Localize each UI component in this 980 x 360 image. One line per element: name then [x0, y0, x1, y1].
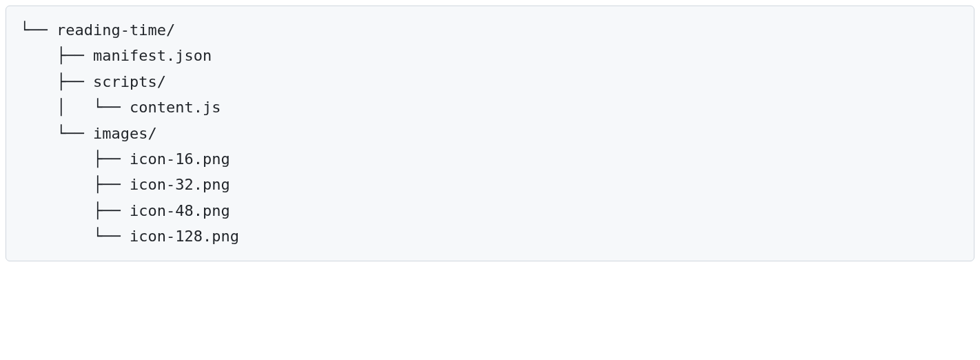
tree-line: └── reading-time/: [20, 17, 960, 43]
directory-tree-code-block: └── reading-time/ ├── manifest.json ├── …: [6, 6, 974, 261]
tree-line: │ └── content.js: [20, 94, 960, 120]
tree-line: ├── icon-16.png: [20, 146, 960, 172]
tree-line: └── icon-128.png: [20, 223, 960, 249]
tree-line: └── images/: [20, 121, 960, 146]
tree-line: ├── icon-48.png: [20, 198, 960, 223]
tree-line: ├── scripts/: [20, 69, 960, 94]
tree-line: ├── icon-32.png: [20, 172, 960, 197]
tree-line: ├── manifest.json: [20, 43, 960, 68]
